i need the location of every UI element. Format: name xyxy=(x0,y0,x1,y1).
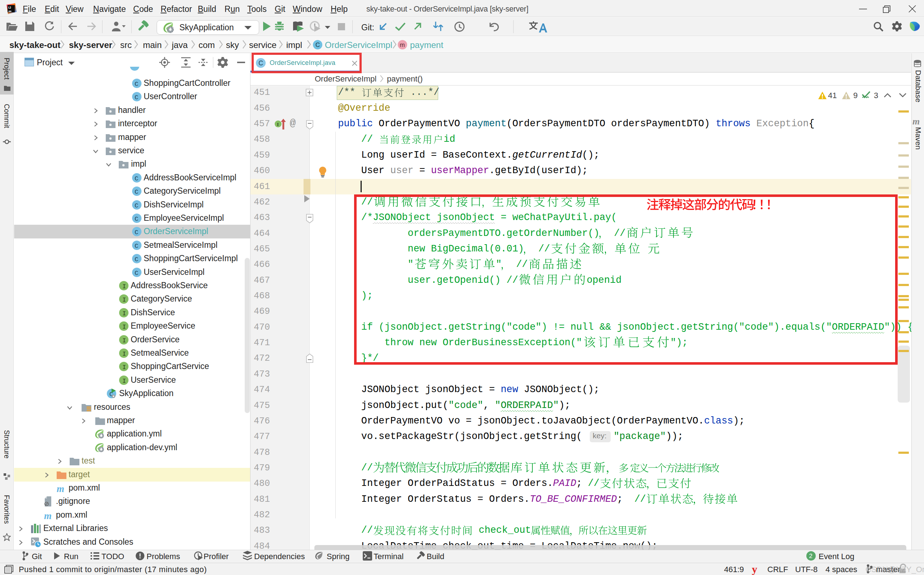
svg-text:C: C xyxy=(135,256,138,263)
svg-text:IJ: IJ xyxy=(8,6,11,10)
svg-text:C: C xyxy=(135,216,138,222)
svg-text:m: m xyxy=(400,41,405,48)
svg-text:I: I xyxy=(122,351,126,357)
svg-text:I: I xyxy=(122,310,126,317)
svg-text:I: I xyxy=(122,283,126,290)
svg-text:C: C xyxy=(135,189,138,195)
svg-text:C: C xyxy=(135,229,138,236)
svg-text:I: I xyxy=(277,122,279,127)
svg-text:C: C xyxy=(135,94,138,101)
svg-text:C: C xyxy=(135,81,138,87)
svg-text:C: C xyxy=(135,202,138,209)
svg-text:I: I xyxy=(122,324,126,330)
svg-text:C: C xyxy=(135,270,138,276)
svg-text:I: I xyxy=(122,377,126,384)
svg-text:2: 2 xyxy=(809,553,813,559)
svg-text:C: C xyxy=(315,41,320,48)
svg-text:I: I xyxy=(122,297,126,303)
svg-text:C: C xyxy=(135,242,138,249)
svg-text:I: I xyxy=(122,337,126,344)
svg-text:C: C xyxy=(135,175,138,182)
svg-text:I: I xyxy=(122,364,126,371)
